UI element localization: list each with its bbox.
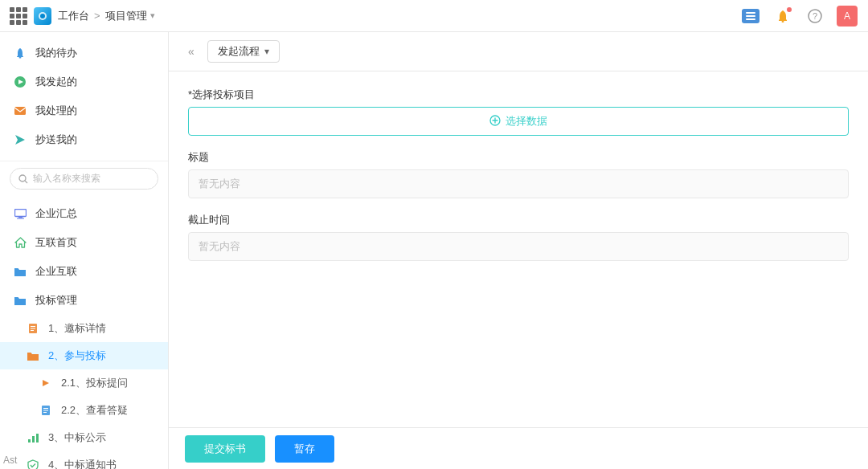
sidebar-label-enterprise-connect: 企业互联 — [35, 264, 77, 279]
sidebar-label-my-started: 我发起的 — [35, 75, 77, 89]
notification-dot — [787, 7, 792, 12]
form-label-title: 标题 — [188, 150, 849, 165]
form-label-deadline: 截止时间 — [188, 213, 849, 227]
logo — [34, 7, 51, 25]
form-display-deadline: 暂无内容 — [188, 232, 849, 261]
user-avatar[interactable]: A — [836, 5, 858, 27]
svg-rect-17 — [17, 218, 24, 218]
menu-toggle-button[interactable] — [739, 5, 762, 27]
svg-rect-11 — [14, 107, 26, 115]
select-data-icon — [489, 115, 501, 128]
sidebar-item-bid-answer[interactable]: 2.2、查看答疑 — [0, 397, 168, 424]
logo-icon — [34, 7, 51, 25]
breadcrumb-workbench[interactable]: 工作台 — [58, 9, 89, 23]
monitor-icon — [13, 206, 27, 221]
svg-text:?: ? — [813, 11, 817, 21]
svg-rect-8 — [19, 57, 22, 59]
sidebar-item-my-todo[interactable]: 我的待办 — [0, 39, 168, 67]
sidebar-label-bid-result: 3、中标公示 — [48, 430, 106, 445]
form-field-project: *选择投标项目 选择数据 — [188, 88, 849, 136]
mail-icon — [13, 104, 27, 118]
select-data-button[interactable]: 选择数据 — [188, 107, 849, 136]
play-icon — [13, 75, 27, 89]
svg-marker-23 — [43, 380, 49, 386]
sidebar-item-bid-participate[interactable]: 2、参与投标 — [0, 342, 168, 369]
breadcrumb-project: 项目管理 ▾ — [105, 9, 155, 23]
svg-rect-16 — [18, 217, 23, 218]
svg-rect-3 — [746, 15, 755, 17]
sidebar-label-my-copy: 抄送我的 — [35, 133, 77, 147]
form-label-project: *选择投标项目 — [188, 88, 849, 102]
help-icon[interactable]: ? — [804, 5, 826, 27]
bell-icon — [13, 46, 27, 60]
breadcrumb-separator: > — [94, 10, 100, 22]
form-field-title: 标题 暂无内容 — [188, 150, 849, 198]
sidebar-item-bid-result[interactable]: 3、中标公示 — [0, 424, 168, 451]
svg-rect-22 — [31, 330, 34, 331]
sidebar-label-my-todo: 我的待办 — [35, 46, 77, 60]
flow-type-selector[interactable]: 发起流程 ▾ — [207, 40, 280, 63]
sidebar-label-my-process: 我处理的 — [35, 104, 77, 118]
shield-green-icon — [26, 458, 40, 469]
svg-rect-25 — [43, 408, 48, 409]
topbar: 工作台 > 项目管理 ▾ ? A — [0, 0, 868, 32]
form-field-deadline: 截止时间 暂无内容 — [188, 213, 849, 261]
svg-rect-29 — [32, 436, 35, 442]
sidebar-group-bid-management[interactable]: 投标管理 — [0, 286, 168, 315]
sidebar: 我的待办 我发起的 我处理的 抄送我的 — [0, 32, 169, 469]
sidebar-label-bid-inquiry: 2.1、投标提问 — [61, 376, 128, 390]
doc-orange-icon — [26, 321, 40, 336]
grid-menu-icon[interactable] — [10, 7, 27, 25]
sidebar-item-bid-inquiry[interactable]: 2.1、投标提问 — [0, 369, 168, 397]
svg-rect-5 — [782, 21, 784, 22]
sidebar-item-internet-home[interactable]: 互联首页 — [0, 228, 168, 257]
svg-line-14 — [25, 181, 27, 183]
svg-rect-26 — [43, 410, 48, 411]
sidebar-label-bid-participate: 2、参与投标 — [48, 349, 106, 363]
sidebar-collapse-button[interactable]: « — [182, 42, 201, 61]
folder-orange-icon — [26, 349, 40, 363]
submit-button[interactable]: 提交标书 — [185, 435, 265, 463]
svg-marker-12 — [15, 135, 25, 145]
sidebar-item-my-process[interactable]: 我处理的 — [0, 96, 168, 125]
home-icon — [13, 235, 27, 250]
svg-point-13 — [19, 175, 26, 181]
folder-bid-icon — [13, 293, 27, 308]
svg-rect-21 — [31, 328, 35, 329]
svg-rect-20 — [31, 326, 35, 327]
sidebar-search[interactable]: 输入名称来搜索 — [10, 168, 158, 190]
svg-point-1 — [40, 14, 45, 18]
search-icon — [18, 174, 28, 184]
svg-marker-18 — [15, 238, 26, 247]
sidebar-label-bid-answer: 2.2、查看答疑 — [61, 403, 128, 418]
svg-rect-2 — [746, 12, 755, 14]
sidebar-item-bid-detail[interactable]: 1、邀标详情 — [0, 315, 168, 342]
draft-button[interactable]: 暂存 — [275, 435, 334, 463]
notification-bell-icon[interactable] — [772, 5, 794, 27]
folder-icon — [13, 264, 27, 279]
form-display-title: 暂无内容 — [188, 169, 849, 198]
main-layout: 我的待办 我发起的 我处理的 抄送我的 — [0, 32, 868, 469]
sidebar-item-my-started[interactable]: 我发起的 — [0, 67, 168, 96]
svg-rect-15 — [14, 209, 26, 216]
flow-label: 发起流程 — [218, 44, 260, 59]
send-icon — [13, 133, 27, 147]
doc-blue-icon — [39, 403, 53, 418]
sidebar-item-enterprise-connect[interactable]: 企业互联 — [0, 257, 168, 286]
topbar-right: ? A — [739, 5, 858, 27]
sidebar-item-enterprise-summary[interactable]: 企业汇总 — [0, 199, 168, 228]
arrow-orange-icon — [39, 376, 53, 390]
svg-rect-4 — [746, 18, 755, 20]
form-area: *选择投标项目 选择数据 标题 暂无内容 — [169, 71, 868, 427]
sidebar-label-enterprise-summary: 企业汇总 — [35, 206, 77, 221]
footer-text: Ast — [3, 455, 17, 466]
sidebar-item-my-copy[interactable]: 抄送我的 — [0, 125, 168, 154]
breadcrumb: 工作台 > 项目管理 ▾ — [58, 9, 155, 23]
sidebar-top-section: 我的待办 我发起的 我处理的 抄送我的 — [0, 32, 168, 161]
sidebar-label-internet-home: 互联首页 — [35, 235, 77, 250]
svg-rect-30 — [36, 434, 39, 442]
sidebar-item-bid-notice[interactable]: 4、中标通知书 — [0, 451, 168, 469]
flow-dropdown-icon: ▾ — [264, 46, 269, 57]
bottom-bar: 提交标书 暂存 — [169, 427, 868, 469]
search-placeholder: 输入名称来搜索 — [33, 172, 100, 186]
